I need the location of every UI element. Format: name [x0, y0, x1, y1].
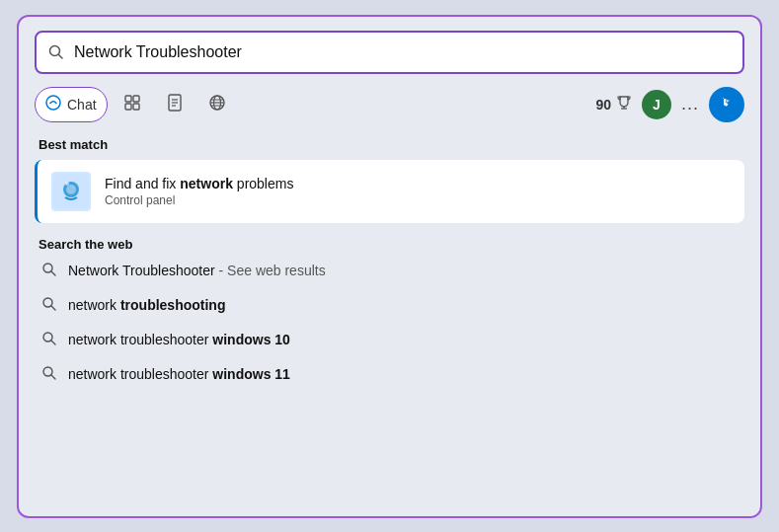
svg-rect-4: [133, 96, 139, 102]
toolbar-right: 90 J ...: [595, 87, 744, 122]
score-badge: 90: [595, 95, 632, 114]
svg-rect-5: [125, 104, 131, 110]
search-bar: [35, 31, 744, 74]
grid-button[interactable]: [114, 87, 151, 122]
search-icon-2: [42, 332, 56, 348]
globe-button[interactable]: [198, 87, 236, 122]
document-button[interactable]: [157, 87, 193, 122]
grid-icon: [123, 94, 141, 114]
svg-line-1: [59, 54, 63, 58]
search-window: Chat: [17, 15, 762, 518]
svg-line-27: [51, 341, 55, 344]
svg-line-23: [51, 271, 55, 275]
search-input[interactable]: [74, 43, 731, 61]
web-item-2[interactable]: network troubleshooter windows 10: [35, 323, 744, 357]
best-match-label: Best match: [35, 135, 744, 154]
svg-rect-3: [125, 96, 131, 102]
web-item-0[interactable]: Network Troubleshooter - See web results: [35, 254, 744, 288]
more-options-button[interactable]: ...: [681, 94, 699, 114]
search-icon-1: [42, 297, 56, 314]
app-subtitle: Control panel: [105, 193, 293, 207]
best-match-card[interactable]: Find and fix network problems Control pa…: [35, 160, 744, 223]
web-search-label: Search the web: [35, 235, 744, 254]
svg-line-29: [51, 375, 55, 379]
search-icon: [48, 44, 64, 60]
svg-point-20: [66, 185, 76, 194]
svg-point-21: [65, 182, 69, 186]
app-info: Find and fix network problems Control pa…: [105, 176, 293, 207]
document-icon: [167, 94, 183, 114]
web-item-3[interactable]: network troubleshooter windows 11: [35, 357, 744, 392]
search-icon-3: [42, 366, 56, 383]
content: Best match Find and fix network problems…: [35, 135, 744, 502]
score-value: 90: [595, 97, 611, 113]
svg-line-25: [51, 306, 55, 310]
app-icon: [51, 172, 91, 211]
globe-icon: [208, 94, 226, 114]
toolbar: Chat: [35, 84, 744, 125]
avatar[interactable]: J: [642, 90, 671, 119]
chat-icon: [45, 95, 61, 114]
web-item-text-0: Network Troubleshooter - See web results: [68, 263, 326, 278]
web-item-text-2: network troubleshooter windows 10: [68, 332, 290, 347]
trophy-icon: [616, 95, 632, 114]
svg-rect-6: [133, 104, 139, 110]
app-name: Find and fix network problems: [105, 176, 293, 191]
web-item-text-3: network troubleshooter windows 11: [68, 366, 290, 382]
chat-label: Chat: [67, 97, 97, 113]
search-icon-0: [42, 263, 56, 279]
web-search-section: Search the web Network Troubleshooter - …: [35, 235, 744, 392]
web-item-text-1: network troubleshooting: [68, 297, 225, 313]
web-item-1[interactable]: network troubleshooting: [35, 288, 744, 323]
bing-button[interactable]: [709, 87, 744, 122]
svg-point-2: [46, 96, 60, 110]
chat-button[interactable]: Chat: [35, 87, 108, 122]
